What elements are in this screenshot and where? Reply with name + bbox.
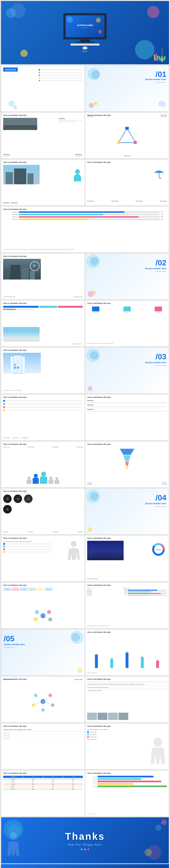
hero-title: 蓝色扁平商务鸟主题模板: [77, 24, 93, 27]
slide-21: Click to edit Master title style Lorem i…: [1, 535, 85, 582]
slide-28-title: Click to edit Master title style: [87, 678, 111, 680]
slide-30-title: Click to edit Master title style: [87, 725, 111, 727]
section-number-04: /04: [145, 493, 166, 502]
slide-11-title: Click to edit Master title style: [3, 302, 27, 304]
slide-2-contents: CONTENTS: [1, 65, 85, 112]
slide-17-title: Click to edit Master title style: [3, 443, 27, 445]
slide-27: Click to edit Master title style: [1, 676, 85, 723]
svg-point-3: [117, 141, 121, 144]
hero-subtitle: Subtitle Here: [82, 27, 88, 28]
slide-33-thanks: Thanks And Your Slogan Here: [1, 817, 169, 864]
slide-25-section05: /05 Section Header Here Supporting text …: [1, 629, 85, 676]
slide-24-title: Click to edit Master title style: [87, 584, 111, 586]
slide-9-title: Click to edit Master title style: [3, 255, 27, 257]
slide-29: Click to edit Master title style Unified…: [1, 723, 85, 770]
slide-7: Click to edit Master title style 01 Text…: [85, 159, 169, 206]
section-number-03: /03: [145, 352, 166, 361]
slide-13: Click to edit Master title style Lorem i…: [1, 347, 85, 394]
slide-6: Click to edit Master title style Text he…: [1, 159, 85, 206]
contents-label: CONTENTS: [5, 69, 16, 71]
svg-marker-0: [119, 128, 135, 143]
section-header-04: Section Header Here: [145, 502, 166, 505]
slide-13-title: Click to edit Master title style: [3, 349, 27, 351]
section-header-05: Section Header Here: [4, 643, 25, 646]
slide-20-section04: /04 Section Header Here Supporting text …: [85, 488, 169, 535]
slide-23-title: Click to edit Master title style: [3, 584, 27, 586]
svg-marker-7: [125, 461, 129, 466]
slide-11: Click to edit Master title style ███████…: [1, 300, 85, 347]
slide-30: Click to edit Master title style Lorem i…: [85, 723, 169, 770]
slide-29-title: Click to edit Master title style: [3, 725, 27, 727]
slide-29-subtitle: Unified help make reading more fluint.: [3, 729, 83, 731]
slide-26-title: Click to edit Master title style: [87, 631, 111, 633]
slide-6-title: Click to edit Master title style: [3, 161, 27, 163]
svg-point-9: [71, 541, 77, 547]
slide-12: Click to edit Master title style Text he…: [85, 300, 169, 347]
slide-31-title: Click to edit Master title style: [3, 772, 27, 774]
slide-22: Click to edit Master title style 61%: [85, 535, 169, 582]
svg-line-32: [43, 695, 50, 702]
bottom-banner: 更多精品PPT资源请去：rucai999.com: [1, 864, 169, 868]
svg-line-31: [36, 695, 43, 702]
slide-32-title: Click to edit Master title style: [87, 772, 111, 774]
slide-18: Click to edit Master title style Text he…: [85, 441, 169, 488]
section-sub-01: Supporting text here: [145, 82, 166, 83]
svg-text:61%: 61%: [157, 549, 160, 551]
section-header-03: Section Header Here: [145, 361, 166, 364]
slide-8-title: Click to edit Master title style: [3, 209, 27, 210]
slide-5: Click to edit Master title style Text he…: [85, 112, 169, 159]
svg-marker-8: [126, 466, 128, 469]
svg-marker-5: [120, 449, 134, 455]
thanks-title: Thanks: [65, 831, 105, 842]
slide-15: Click to edit Master title style: [1, 394, 85, 441]
slide-16: Click to edit Master title style Text he…: [85, 394, 169, 441]
section-header-01: Section Header Here: [145, 78, 166, 81]
slide-19-title: Click to edit Master title style: [3, 490, 27, 492]
slide-3-section01: /01 Section Header Here Supporting text …: [85, 65, 169, 112]
section-header-02: Section Header Here: [145, 267, 166, 270]
slide-10-section02: /02 Section Header Here Supporting text …: [85, 253, 169, 300]
slide-9-content: Click to edit Master title style 🔍 Lorem…: [1, 253, 85, 300]
slide-12-title: Click to edit Master title style: [87, 302, 111, 304]
slide-16-title: Click to edit Master title style: [87, 396, 111, 398]
slide-23: Click to edit Master title style Keyword…: [1, 582, 85, 629]
hero-watermark: 蒙鸟图片: [63, 51, 107, 53]
slide-24: Click to edit Master title style ItemVal…: [85, 582, 169, 629]
svg-point-37: [10, 833, 17, 840]
slide-21-title: Click to edit Master title style: [3, 537, 27, 539]
slide-19: Click to edit Master title style Text he…: [1, 488, 85, 535]
presentation-container: 蓝色扁平商务鸟主题模板 Subtitle Here 蒙鸟图片: [0, 1, 170, 868]
svg-marker-6: [123, 455, 131, 461]
thanks-slogan: And Your Slogan Here: [65, 843, 105, 846]
svg-point-2: [134, 141, 137, 144]
slide-18-title: Click to edit Master title style: [87, 443, 111, 445]
slide-4: Click to edit Master title style Text he…: [1, 112, 85, 159]
section-number-01: /01: [145, 70, 166, 78]
slide-14-section03: /03 Section Header Here Supporting text …: [85, 347, 169, 394]
slide-15-title: Click to edit Master title style: [3, 396, 27, 398]
svg-point-1: [125, 127, 129, 130]
slide-28: Click to edit Master title style Lorem i…: [85, 676, 169, 723]
section-number-02: /02: [145, 258, 166, 267]
slide-22-title: Click to edit Master title style: [87, 537, 111, 539]
slide-31: Click to edit Master title style 2019/20…: [1, 770, 85, 817]
slide-4-title: Click to edit Master title style: [3, 115, 27, 116]
slide-26: Click to edit Master title style 75% 01 …: [85, 629, 169, 676]
slide-32: Click to edit Master title style Text he…: [85, 770, 169, 817]
slide-1-hero: 蓝色扁平商务鸟主题模板 Subtitle Here 蒙鸟图片: [1, 1, 169, 64]
section-number-05: /05: [4, 634, 25, 643]
slide-7-title: Click to edit Master title style: [87, 161, 111, 163]
slide-17: Click to edit Master title style: [1, 441, 85, 488]
slide-8: Click to edit Master title style Label h…: [1, 206, 169, 253]
